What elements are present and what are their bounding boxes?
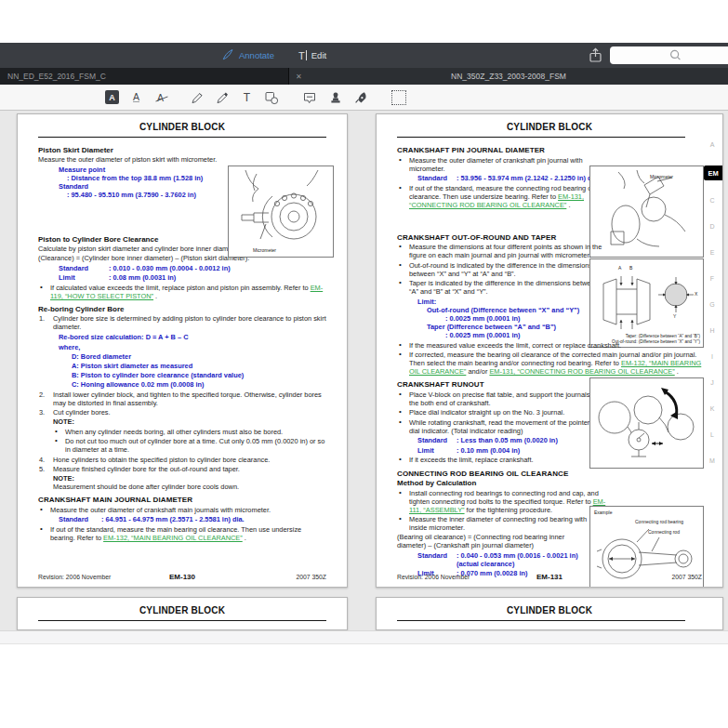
highlight-text-tool[interactable]: A xyxy=(104,89,120,105)
section-heading: CRANKSHAFT PIN JOURNAL DIAMETER xyxy=(397,146,704,154)
sketch-tool[interactable] xyxy=(189,89,205,105)
edit-button[interactable]: T Edit xyxy=(298,50,326,61)
spec-value: : 0.10 mm (0.004 in) xyxy=(457,446,520,455)
index-tab-l: L xyxy=(707,431,718,438)
bullet-text: . xyxy=(566,201,570,209)
figure-out-of-round-taper: A B X Y Taper: (Difference between “A” a… xyxy=(589,258,704,348)
share-button[interactable] xyxy=(587,46,604,64)
shapes-icon xyxy=(264,90,279,105)
index-tab-h: H xyxy=(707,327,718,334)
search-field[interactable] xyxy=(610,46,728,64)
spec-value: : 53.956 - 53.974 mm (2.1242 - 2.1250 in… xyxy=(457,174,600,182)
markup-toolbar: A A A T xyxy=(0,85,728,111)
footer-model: 2007 350Z xyxy=(601,574,702,580)
diagram-letter-b: B xyxy=(629,265,632,271)
calc-line: A: Piston skirt diameter as measured xyxy=(72,362,326,370)
section-heading: CONNECTING ROD BEARING OIL CLEARANCE xyxy=(397,470,704,478)
tab-close-icon[interactable]: ✕ xyxy=(296,68,302,85)
spec-value-line: : 0.040 - 0.053 mm (0.0016 - 0.0021 in) xyxy=(457,551,578,560)
spec-value: : Less than 0.05 mm (0.0020 in) xyxy=(457,436,558,444)
bullet-item: While rotating crankshaft, read the move… xyxy=(397,418,606,435)
spec-label: Standard xyxy=(417,551,457,568)
marker-tool[interactable] xyxy=(214,89,230,105)
bullet-item: If it exceeds the limit, replace cranksh… xyxy=(397,456,606,464)
edit-label: Edit xyxy=(311,50,326,60)
page-footer: Revision: 2006 November EM-130 2007 350Z xyxy=(38,573,326,581)
tab-document-1[interactable]: NN_ED_E52_2016_FSM_C xyxy=(0,68,289,85)
item-number: 5. xyxy=(39,465,45,473)
index-tab-m: M xyxy=(707,457,718,464)
underline-icon: A xyxy=(133,92,139,102)
figure-label: Micrometer xyxy=(650,174,673,179)
page-footer: Revision: 2006 November EM-131 2007 350Z xyxy=(397,573,702,581)
figure-label: Example xyxy=(594,510,612,515)
title-rule xyxy=(38,620,326,621)
selection-icon xyxy=(391,90,406,105)
numbered-item: 3.Cut cylinder bores. xyxy=(38,408,326,417)
footer-revision: Revision: 2006 November xyxy=(397,574,498,580)
item-number: 4. xyxy=(39,456,45,464)
spec-label: Standard xyxy=(417,436,457,444)
spec-value: : 64.951 - 64.975 mm (2.5571 - 2.5581 in… xyxy=(101,515,245,523)
link-em-132[interactable]: EM-132, “MAIN BEARING OIL CLEARANCE” xyxy=(103,534,243,542)
tab-document-2[interactable]: ✕ NN_350Z_Z33_2003-2008_FSM xyxy=(289,68,728,85)
stamp-tool[interactable] xyxy=(327,89,343,105)
figure-label: Micrometer xyxy=(253,247,276,253)
spec-row: Limit: 0.10 mm (0.004 in) xyxy=(417,446,615,455)
spec-value-line: (actual clearance) xyxy=(457,560,578,568)
note-tool[interactable] xyxy=(301,89,317,105)
diagram-letter-x: X xyxy=(695,291,697,297)
annotate-label: Annotate xyxy=(239,50,274,60)
spec-row: Limit: 0.08 mm (0.0031 in) xyxy=(59,273,326,282)
spec-row: Standard: 0.040 - 0.053 mm (0.0016 - 0.0… xyxy=(417,551,615,568)
calc-line: C: Honing allowance 0.02 mm (0.0008 in) xyxy=(72,380,326,389)
footer-page-number: EM-130 xyxy=(134,573,230,581)
bullet-text: . xyxy=(243,534,246,542)
bullet-item: Measure the inner diameter of connecting… xyxy=(397,515,606,532)
bullet-text: for the tightening procedure. xyxy=(465,506,553,514)
bullet-text: . xyxy=(675,367,679,376)
link-em-131[interactable]: EM-131, “CONNECTING ROD BEARING OIL CLEA… xyxy=(489,367,674,376)
footer-revision: Revision: 2006 November xyxy=(38,574,134,580)
page-title: CYLINDER BLOCK xyxy=(377,605,722,615)
index-tab-a: A xyxy=(707,141,718,148)
index-tab-c: C xyxy=(707,197,718,204)
spec-value: : 0.010 - 0.030 mm (0.0004 - 0.0012 in) xyxy=(109,264,231,272)
selection-tool[interactable] xyxy=(390,89,406,105)
annotate-button[interactable]: Annotate xyxy=(221,48,274,63)
search-input[interactable] xyxy=(610,46,728,64)
item-text: Install lower cylinder block, and tighte… xyxy=(53,390,322,407)
text-tool[interactable]: T xyxy=(239,89,255,105)
bullet-item: Place dial indicator straight up on the … xyxy=(397,408,606,417)
signature-tool[interactable] xyxy=(352,89,368,105)
shapes-tool[interactable] xyxy=(263,89,279,105)
strikethrough-text-tool[interactable]: A xyxy=(152,89,168,105)
index-tab-i: I xyxy=(707,353,718,360)
window-toolbar: Annotate T Edit xyxy=(0,43,728,68)
figure-crankshaft-runout xyxy=(589,377,704,469)
note-icon xyxy=(302,90,317,105)
item-number: 1. xyxy=(39,314,45,323)
index-tab-k: K xyxy=(707,405,718,412)
bullet-item: If the measured value exceeds the limit,… xyxy=(397,341,704,350)
item-text: Hone cylinders to obtain the specified p… xyxy=(53,456,270,464)
underline-text-tool[interactable]: A xyxy=(128,89,144,105)
spec-value: : 0.08 mm (0.0031 in) xyxy=(109,273,176,282)
index-tab-e: E xyxy=(707,249,718,256)
sub-heading: Method by Calculation xyxy=(397,479,704,487)
bullet-item: Measure the outer diameter of crankshaft… xyxy=(38,506,326,514)
pdf-page-em-131[interactable]: CYLINDER BLOCK CRANKSHAFT PIN JOURNAL DI… xyxy=(376,113,723,588)
figure-label: Connecting rod xyxy=(648,529,680,535)
note-label: NOTE: xyxy=(53,474,326,483)
app-window: { "toolbar": {"annotate": "Annotate", "e… xyxy=(0,0,728,728)
bullet-item: If out of the standard, measure the main… xyxy=(38,525,326,542)
bullet-text: Install connecting rod bearings to conne… xyxy=(409,489,599,506)
pdf-page-next-left[interactable]: CYLINDER BLOCK xyxy=(17,597,348,630)
pdf-page-next-right[interactable]: CYLINDER BLOCK xyxy=(376,597,723,630)
bullet-text: and/or xyxy=(466,367,489,376)
item-number: 3. xyxy=(39,408,45,417)
document-canvas[interactable]: CYLINDER BLOCK Piston Skirt Diameter Mea… xyxy=(0,111,728,630)
pdf-page-em-130[interactable]: CYLINDER BLOCK Piston Skirt Diameter Mea… xyxy=(17,113,348,588)
diagram-letter-y: Y xyxy=(673,313,676,319)
spec-label: Standard xyxy=(59,264,109,272)
